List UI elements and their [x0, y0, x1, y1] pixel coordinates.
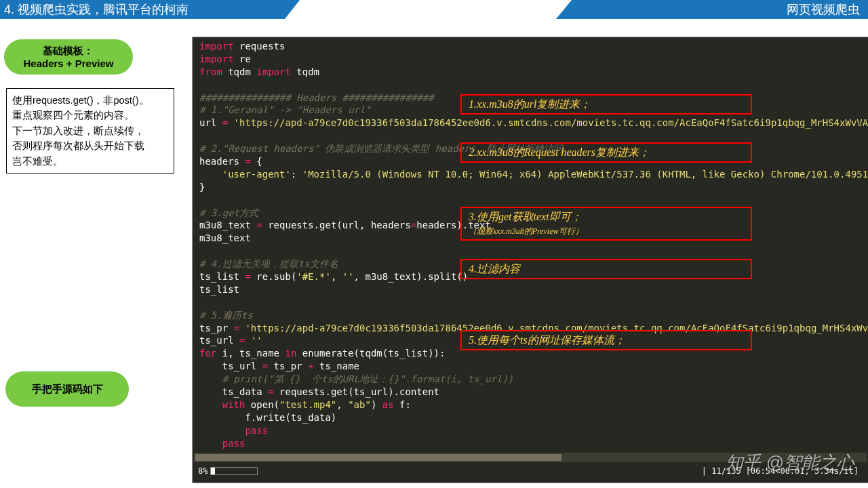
progress-stats: | 11/135 [06:54<06:01, 3.34s/it] [702, 466, 859, 476]
annotation-1: 1.xx.m3u8的url复制进来； [460, 94, 752, 115]
annotation-2: 2.xx.m3u8的Request headers复制进来； [460, 142, 752, 163]
annotation-4: 4.过滤内容 [460, 259, 752, 279]
badge-line1: 基础模板： [43, 45, 94, 56]
slide-title-right: 网页视频爬虫 [556, 0, 868, 19]
code-editor: import requests import re from tqdm impo… [193, 37, 868, 483]
annotation-5: 5.使用每个ts的网址保存媒体流； [460, 330, 752, 350]
badge-basic-template: 基础模板：Headers + Preview [4, 39, 133, 75]
note-l5: 岂不难受。 [12, 154, 168, 169]
tqdm-progress: 8% | 11/135 [06:54<06:01, 3.34s/it] [198, 465, 863, 477]
usage-note: 使用requests.get()，非post()。 重点观察四个元素的内容。 下… [6, 88, 174, 174]
progress-bar [210, 467, 258, 475]
note-l3: 下一节加入改进，断点续传， [12, 123, 168, 138]
badge-source-code: 手把手源码如下 [5, 371, 129, 407]
horizontal-scrollbar[interactable] [194, 453, 867, 462]
scrollbar-thumb[interactable] [195, 454, 561, 461]
ann3-sub: （观察xxx.m3u8的Preview可行） [469, 226, 583, 236]
note-l4: 否则程序每次都从头开始下载 [12, 138, 168, 153]
progress-fill [211, 468, 214, 474]
badge-line2: Headers + Preview [23, 58, 113, 69]
note-l1: 使用requests.get()，非post()。 [12, 93, 168, 108]
slide-title-left: 4. 视频爬虫实践，腾讯平台的柯南 [0, 0, 300, 19]
annotation-3: 3.使用get获取text即可；（观察xxx.m3u8的Preview可行） [460, 207, 752, 241]
progress-percent: 8% [198, 466, 208, 476]
ann3-main: 3.使用get获取text即可； [469, 211, 582, 222]
note-l2: 重点观察四个元素的内容。 [12, 108, 168, 123]
